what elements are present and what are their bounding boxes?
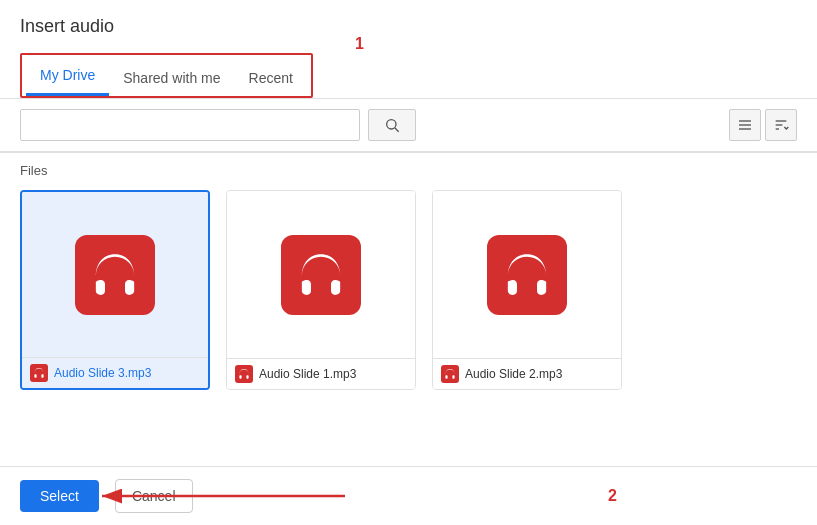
tab-recent[interactable]: Recent — [235, 60, 307, 96]
view-buttons — [729, 109, 797, 141]
annotation-2-label: 2 — [608, 487, 617, 505]
svg-rect-3 — [739, 124, 751, 125]
search-icon — [384, 117, 400, 133]
list-view-button[interactable] — [729, 109, 761, 141]
tabs-container: My Drive Shared with me Recent — [20, 53, 313, 98]
audio-icon-small-1 — [30, 364, 48, 382]
audio-icon-small-3 — [441, 365, 459, 383]
tabs-section: My Drive Shared with me Recent 1 — [0, 45, 817, 98]
file-name-3: Audio Slide 2.mp3 — [465, 367, 562, 381]
file-footer-2: Audio Slide 1.mp3 — [227, 358, 415, 389]
file-name-2: Audio Slide 1.mp3 — [259, 367, 356, 381]
file-name-1: Audio Slide 3.mp3 — [54, 366, 151, 380]
files-grid: Audio Slide 3.mp3 — [20, 190, 797, 390]
audio-icon-small-2 — [235, 365, 253, 383]
file-thumbnail-1 — [22, 192, 208, 357]
dialog-footer: Select Cancel 2 — [0, 466, 817, 525]
tab-shared-with-me[interactable]: Shared with me — [109, 60, 234, 96]
dialog-title: Insert audio — [20, 16, 797, 37]
file-thumbnail-2 — [227, 191, 415, 358]
search-button[interactable] — [368, 109, 416, 141]
search-bar — [0, 99, 817, 152]
annotation-1: 1 — [355, 35, 817, 53]
svg-point-0 — [387, 120, 396, 129]
headphone-icon-3 — [502, 250, 552, 300]
file-card-1[interactable]: Audio Slide 3.mp3 — [20, 190, 210, 390]
svg-line-1 — [395, 128, 399, 132]
tab-my-drive[interactable]: My Drive — [26, 57, 109, 96]
annotation-arrow-2 — [90, 481, 350, 511]
audio-icon-large-3 — [487, 235, 567, 315]
insert-audio-dialog: Insert audio My Drive Shared with me Rec… — [0, 0, 817, 525]
headphone-icon-1 — [90, 250, 140, 300]
file-footer-3: Audio Slide 2.mp3 — [433, 358, 621, 389]
search-input[interactable] — [20, 109, 360, 141]
headphone-small-2 — [238, 368, 250, 380]
select-button[interactable]: Select — [20, 480, 99, 512]
audio-icon-large-2 — [281, 235, 361, 315]
audio-icon-large-1 — [75, 235, 155, 315]
headphone-small-3 — [444, 368, 456, 380]
file-thumbnail-3 — [433, 191, 621, 358]
files-label: Files — [20, 163, 797, 178]
sort-button[interactable] — [765, 109, 797, 141]
headphone-icon-2 — [296, 250, 346, 300]
file-footer-1: Audio Slide 3.mp3 — [22, 357, 208, 388]
list-view-icon — [737, 117, 753, 133]
headphone-small-1 — [33, 367, 45, 379]
files-section: Files Audio Slide — [0, 153, 817, 466]
svg-rect-4 — [739, 128, 751, 129]
file-card-3[interactable]: Audio Slide 2.mp3 — [432, 190, 622, 390]
svg-rect-2 — [739, 120, 751, 121]
sort-icon — [773, 117, 789, 133]
file-card-2[interactable]: Audio Slide 1.mp3 — [226, 190, 416, 390]
